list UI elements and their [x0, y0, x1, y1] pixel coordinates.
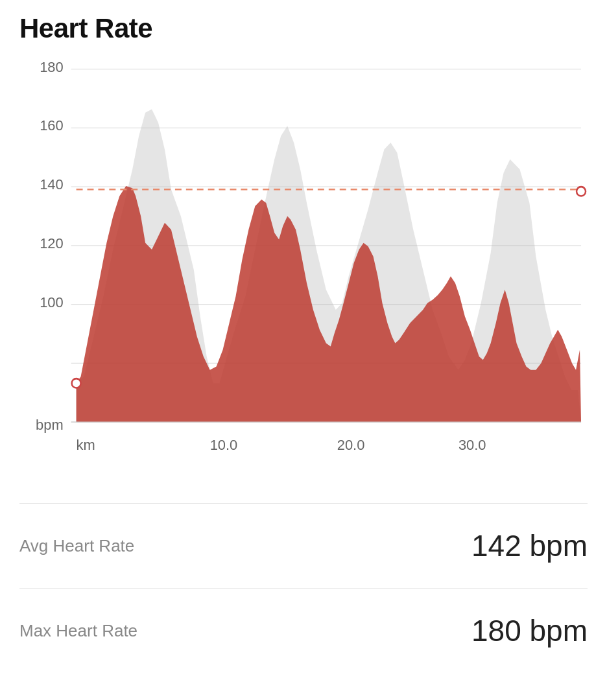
max-heart-rate-label: Max Heart Rate — [19, 621, 137, 641]
chart-svg: 180 160 140 120 100 bpm km 10.0 20.0 30.… — [19, 56, 588, 484]
svg-text:120: 120 — [40, 235, 64, 251]
svg-point-21 — [577, 187, 586, 196]
svg-text:100: 100 — [40, 294, 64, 310]
svg-text:30.0: 30.0 — [458, 437, 486, 453]
max-heart-rate-value: 180 bpm — [471, 613, 588, 648]
svg-text:bpm: bpm — [36, 417, 64, 433]
svg-text:km: km — [77, 437, 95, 453]
page-title: Heart Rate — [19, 13, 588, 44]
svg-text:20.0: 20.0 — [337, 437, 365, 453]
svg-text:180: 180 — [40, 58, 64, 75]
avg-heart-rate-row: Avg Heart Rate 142 bpm — [19, 510, 588, 581]
heart-rate-chart: 180 160 140 120 100 bpm km 10.0 20.0 30.… — [19, 56, 588, 484]
divider-1 — [19, 503, 588, 504]
divider-2 — [19, 588, 588, 589]
svg-text:10.0: 10.0 — [210, 437, 238, 453]
avg-heart-rate-value: 142 bpm — [471, 528, 588, 563]
svg-text:140: 140 — [40, 176, 64, 192]
avg-heart-rate-label: Avg Heart Rate — [19, 536, 134, 556]
svg-text:160: 160 — [40, 117, 64, 134]
max-heart-rate-row: Max Heart Rate 180 bpm — [19, 595, 588, 666]
svg-point-20 — [72, 379, 81, 388]
